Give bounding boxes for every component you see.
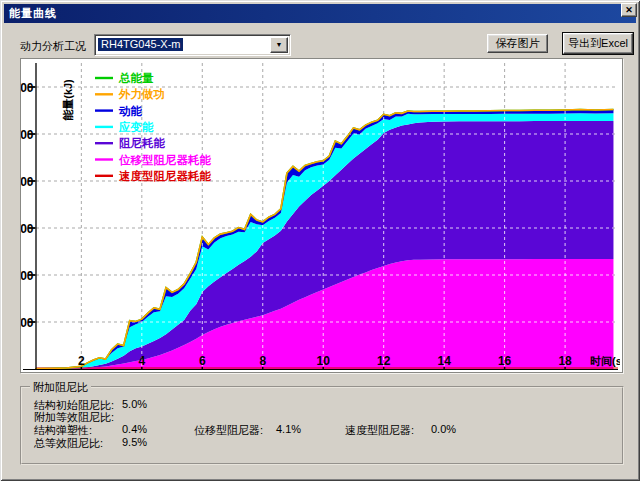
total-damping-value: 9.5% — [122, 436, 147, 448]
svg-text:动能: 动能 — [118, 105, 143, 117]
svg-text:应变能: 应变能 — [118, 120, 154, 133]
svg-text:6: 6 — [199, 354, 206, 368]
analysis-case-combobox[interactable]: RH4TG045-X-m ▼ — [94, 34, 291, 56]
window-title: 能量曲线 — [4, 6, 57, 21]
groupbox-title: 附加阻尼比 — [30, 380, 91, 395]
svg-text:10: 10 — [317, 354, 331, 368]
svg-text:总能量: 总能量 — [118, 72, 154, 84]
energy-chart: 5001000150020002500300024681012141618时间(… — [21, 59, 620, 370]
svg-text:外力做功: 外力做功 — [118, 88, 165, 101]
svg-text:14: 14 — [437, 354, 451, 368]
svg-text:时间(s): 时间(s) — [590, 355, 620, 367]
analysis-case-value: RH4TG045-X-m — [98, 38, 183, 51]
damping-ratio-groupbox: 附加阻尼比 结构初始阻尼比: 5.0% 附加等效阻尼比: 结构弹塑性: 0.4%… — [20, 386, 624, 465]
energy-curve-window: 能量曲线 ✕ 动力分析工况 RH4TG045-X-m ▼ 保存图片 导出到Exc… — [0, 0, 640, 481]
svg-text:8: 8 — [259, 354, 266, 368]
velocity-damper-value: 0.0% — [431, 423, 456, 435]
svg-text:2: 2 — [78, 354, 85, 368]
elastoplastic-value: 0.4% — [122, 423, 147, 435]
close-button[interactable]: ✕ — [621, 3, 637, 17]
export-excel-button[interactable]: 导出到Excel — [563, 33, 633, 54]
svg-text:1500: 1500 — [21, 222, 34, 236]
svg-text:16: 16 — [498, 354, 512, 368]
title-bar[interactable]: 能量曲线 — [4, 4, 636, 23]
displacement-damper-label: 位移型阻尼器: — [194, 423, 263, 438]
svg-text:速度型阻尼器耗能: 速度型阻尼器耗能 — [118, 169, 212, 182]
svg-text:能量(kJ): 能量(kJ) — [62, 79, 74, 121]
save-image-button[interactable]: 保存图片 — [487, 34, 548, 53]
svg-text:1000: 1000 — [21, 269, 34, 283]
close-icon: ✕ — [625, 5, 633, 15]
svg-text:4: 4 — [138, 354, 145, 368]
svg-text:阻尼耗能: 阻尼耗能 — [119, 137, 166, 149]
svg-text:18: 18 — [558, 354, 572, 368]
displacement-damper-value: 4.1% — [276, 423, 301, 435]
analysis-case-label: 动力分析工况 — [20, 39, 86, 54]
svg-text:2500: 2500 — [21, 128, 34, 142]
svg-text:位移型阻尼器耗能: 位移型阻尼器耗能 — [118, 154, 212, 166]
svg-text:2000: 2000 — [21, 175, 34, 189]
initial-damping-value: 5.0% — [122, 398, 147, 410]
velocity-damper-label: 速度型阻尼器: — [345, 423, 414, 438]
total-damping-label: 总等效阻尼比: — [34, 436, 103, 451]
svg-text:3000: 3000 — [21, 81, 34, 95]
energy-chart-panel: 5001000150020002500300024681012141618时间(… — [20, 58, 623, 373]
svg-text:500: 500 — [21, 316, 34, 330]
svg-text:12: 12 — [377, 354, 391, 368]
chevron-down-icon[interactable]: ▼ — [270, 37, 288, 53]
